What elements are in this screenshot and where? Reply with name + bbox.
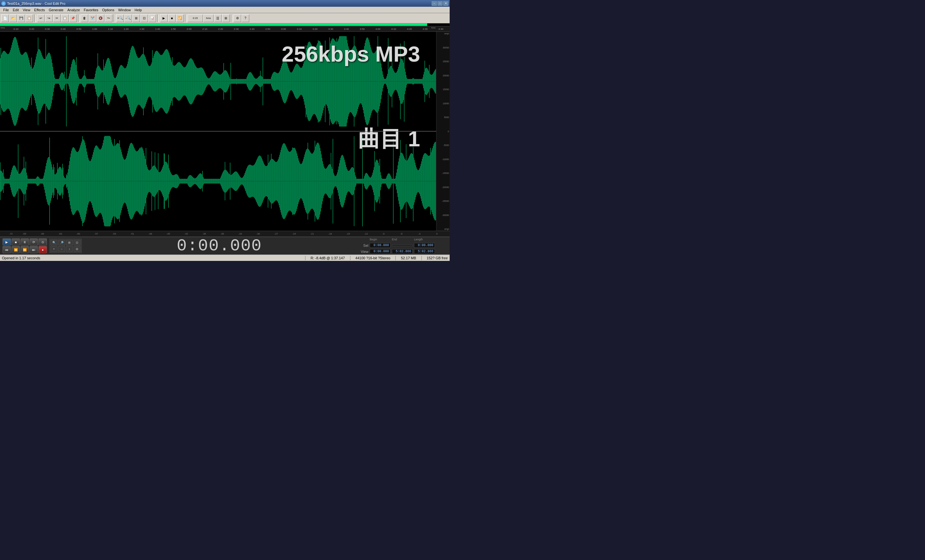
zoom-row-2: + − ↕ ⊟ bbox=[50, 246, 81, 252]
time-format-btn[interactable]: hms bbox=[203, 15, 214, 22]
scale-label: -25000 bbox=[437, 200, 449, 202]
toolbar-sep-4 bbox=[157, 15, 159, 22]
record-button[interactable]: ● bbox=[39, 246, 47, 253]
time-mark: 0:40 bbox=[61, 28, 66, 30]
settings-button[interactable]: ⚙ bbox=[234, 15, 241, 22]
toolbar-stop-button[interactable]: ■ bbox=[168, 15, 176, 22]
scale-label: smpl bbox=[437, 32, 449, 35]
play-button[interactable]: ▶ bbox=[3, 239, 11, 246]
toolbar-group-play: ▶ ■ 🔁 bbox=[160, 15, 184, 22]
ff-button[interactable]: ⏩ bbox=[21, 246, 29, 253]
scale-label: -10000 bbox=[437, 158, 449, 161]
menu-favorites[interactable]: Favorites bbox=[82, 7, 100, 13]
copy-button[interactable]: 📋 bbox=[61, 15, 69, 22]
save-button[interactable]: 💾 bbox=[17, 15, 25, 22]
waveform-canvas[interactable] bbox=[0, 32, 436, 231]
db-mark: -39 bbox=[202, 232, 206, 235]
zoom-in-v-button[interactable]: + bbox=[50, 246, 57, 252]
new-button[interactable]: 📄 bbox=[1, 15, 9, 22]
zoom-full-h-button[interactable]: ⊞ bbox=[66, 240, 73, 246]
rewind-button[interactable]: ⏪ bbox=[12, 246, 20, 253]
view-begin-value[interactable]: 0:00.000 bbox=[370, 249, 390, 254]
view-end-value[interactable]: 5:02.866 bbox=[392, 249, 413, 254]
time-mark: 1:40 bbox=[155, 28, 160, 30]
restore-button[interactable]: □ bbox=[437, 1, 443, 6]
zoom-out-h-button[interactable]: 🔎 bbox=[58, 240, 65, 246]
db-ruler: -72-69-66-63-60-57-54-51-48-45-42-39-36-… bbox=[0, 231, 450, 237]
status-right: R: -8.4dB @ 1:37.147 44100 ?16-bit ?Ster… bbox=[305, 256, 448, 260]
time-mark: 2:40 bbox=[250, 28, 255, 30]
sel-begin-value[interactable]: 0:00.000 bbox=[370, 243, 390, 248]
toolbar-sep-2 bbox=[78, 15, 79, 22]
zoom-in-button[interactable]: +🔍 bbox=[116, 15, 124, 22]
zoom-full-button[interactable]: ⊞ bbox=[132, 15, 140, 22]
toolbar-loop-button[interactable]: 🔁 bbox=[176, 15, 184, 22]
zoom-sel-v-button[interactable]: ⊟ bbox=[74, 246, 81, 252]
silence-button[interactable]: 🔇 bbox=[97, 15, 104, 22]
menu-file[interactable]: File bbox=[1, 7, 11, 13]
stop-button[interactable]: ■ bbox=[12, 239, 20, 246]
title-text: Test01a_256mp3.wav - Cool Edit Pro bbox=[1, 1, 66, 6]
snap-btn[interactable]: ⊞ bbox=[222, 15, 230, 22]
status-message: Opened in 1.17 seconds bbox=[2, 256, 300, 260]
toolbar-group-zoom: +🔍 -🔍 ⊞ ⊡ 📊 bbox=[116, 15, 156, 22]
zoom-sel-button[interactable]: ⊡ bbox=[140, 15, 148, 22]
sel-end-value[interactable] bbox=[392, 245, 413, 246]
view-length-value[interactable]: 5:02.866 bbox=[414, 249, 435, 254]
zoom-spec-button[interactable]: 📊 bbox=[148, 15, 156, 22]
zoom-out-button[interactable]: -🔍 bbox=[124, 15, 132, 22]
menu-edit[interactable]: Edit bbox=[11, 7, 21, 13]
zoom-full-v-button[interactable]: ↕ bbox=[66, 246, 73, 252]
status-div-4 bbox=[421, 256, 422, 260]
help-button[interactable]: ? bbox=[241, 15, 249, 22]
pause-button[interactable]: ⏸ bbox=[21, 239, 29, 246]
time-mark: 2:00 bbox=[187, 28, 192, 30]
zoom-out-v-button[interactable]: − bbox=[58, 246, 65, 252]
minimize-button[interactable]: − bbox=[432, 1, 437, 6]
db-mark: 0 bbox=[436, 232, 437, 235]
record-alt-button[interactable]: ⊙ bbox=[39, 239, 47, 246]
zoom-sel-h-button[interactable]: ⊡ bbox=[74, 240, 81, 246]
db-mark: -42 bbox=[184, 232, 188, 235]
menu-generate[interactable]: Generate bbox=[47, 7, 66, 13]
toolbar-sep-3 bbox=[114, 15, 115, 22]
close-button[interactable]: ✕ bbox=[443, 1, 448, 6]
menu-window[interactable]: Window bbox=[116, 7, 133, 13]
title-controls: − □ ✕ bbox=[432, 1, 448, 6]
paste-button[interactable]: 📌 bbox=[69, 15, 77, 22]
delete-button[interactable]: 🗑 bbox=[81, 15, 88, 22]
time-display-btn[interactable]: 0:15 bbox=[188, 15, 203, 22]
waveform-area[interactable]: 256kbps MP3 曲目 1 bbox=[0, 32, 436, 231]
trim-button[interactable]: ✂️ bbox=[89, 15, 96, 22]
toolbar-group-edit: ↩ ↪ ✂ 📋 📌 bbox=[37, 15, 77, 22]
db-mark: -69 bbox=[23, 232, 26, 235]
undo-button[interactable]: ↩ bbox=[37, 15, 45, 22]
db-mark: -15 bbox=[346, 232, 350, 235]
prev-button[interactable]: ⏮ bbox=[3, 246, 11, 253]
next-button[interactable]: ⏭ bbox=[30, 246, 38, 253]
menu-analyze[interactable]: Analyze bbox=[66, 7, 82, 13]
menu-help[interactable]: Help bbox=[133, 7, 144, 13]
zoom-in-h-button[interactable]: 🔍 bbox=[50, 240, 57, 246]
sel-label: Sel bbox=[357, 243, 368, 248]
toolbar-play-button[interactable]: ▶ bbox=[160, 15, 168, 22]
fade-button[interactable]: 〜 bbox=[105, 15, 112, 22]
spectrum-btn[interactable]: ||| bbox=[214, 15, 221, 22]
menu-options[interactable]: Options bbox=[100, 7, 116, 13]
toolbar-sep-1 bbox=[35, 15, 36, 22]
db-mark: -33 bbox=[238, 232, 242, 235]
right-scale: smpl300002500020000150001000050000-5000-… bbox=[436, 32, 450, 231]
menu-view[interactable]: View bbox=[21, 7, 32, 13]
begin-header: Begin bbox=[370, 238, 390, 241]
cut-button[interactable]: ✂ bbox=[53, 15, 61, 22]
time-mark: 0:50 bbox=[77, 28, 81, 30]
menu-effects[interactable]: Effects bbox=[32, 7, 47, 13]
db-mark: -6 bbox=[400, 232, 402, 235]
saveas-button[interactable]: 📋 bbox=[26, 15, 33, 22]
title-bar: Test01a_256mp3.wav - Cool Edit Pro − □ ✕ bbox=[0, 0, 450, 7]
toolbar-sep-6 bbox=[231, 15, 232, 22]
loop-button[interactable]: ⟳ bbox=[30, 239, 38, 246]
open-button[interactable]: 📂 bbox=[9, 15, 17, 22]
redo-button[interactable]: ↪ bbox=[45, 15, 53, 22]
sel-length-value[interactable]: 0:00.000 bbox=[414, 243, 435, 248]
